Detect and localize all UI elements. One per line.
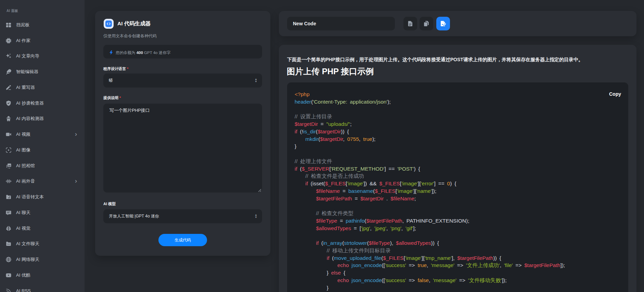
svg-text:AI: AI bbox=[8, 40, 10, 42]
